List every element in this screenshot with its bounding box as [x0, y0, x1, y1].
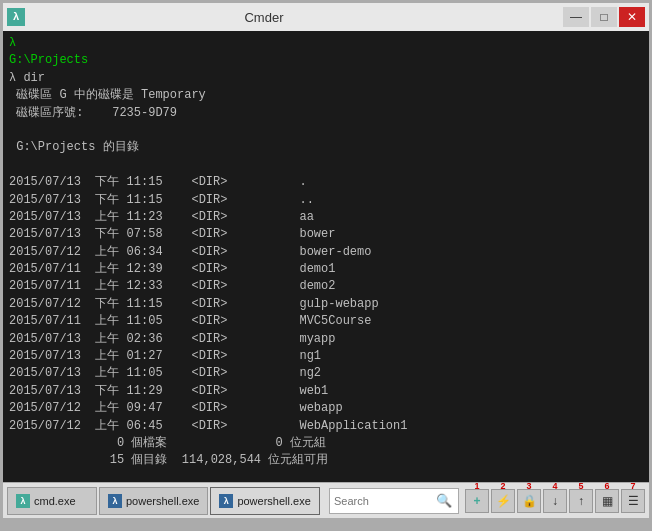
title-bar: λ Cmder — □ ✕	[3, 3, 649, 31]
num-label-2: 2	[500, 481, 505, 491]
search-box: 🔍	[329, 488, 459, 514]
action-button-5[interactable]: ↑	[569, 489, 593, 513]
ps2-icon: λ	[219, 494, 233, 508]
num-label-4: 4	[552, 481, 557, 491]
terminal-area: λ G:\Projects λ dir 磁碟區 G 中的磁碟是 Temporar…	[3, 31, 649, 482]
cmd-icon: λ	[16, 494, 30, 508]
action-button-3[interactable]: 🔒	[517, 489, 541, 513]
num-label-5: 5	[578, 481, 583, 491]
taskbar-item-ps1[interactable]: λ powershell.exe	[99, 487, 208, 515]
title-bar-left: λ	[7, 8, 25, 26]
num-label-7: 7	[630, 481, 635, 491]
app-icon: λ	[7, 8, 25, 26]
search-button[interactable]: 🔍	[434, 493, 454, 508]
action-wrap-5: 5 ↑	[569, 489, 593, 513]
action-wrap-2: 2 ⚡	[491, 489, 515, 513]
num-label-1: 1	[474, 481, 479, 491]
num-label-3: 3	[526, 481, 531, 491]
num-label-6: 6	[604, 481, 609, 491]
close-button[interactable]: ✕	[619, 7, 645, 27]
action-wrap-4: 4 ↓	[543, 489, 567, 513]
action-wrap-6: 6 ▦	[595, 489, 619, 513]
ps2-label: powershell.exe	[237, 495, 310, 507]
ps1-label: powershell.exe	[126, 495, 199, 507]
taskbar-item-cmd[interactable]: λ cmd.exe	[7, 487, 97, 515]
maximize-button[interactable]: □	[591, 7, 617, 27]
cmd-label: cmd.exe	[34, 495, 76, 507]
window-title: Cmder	[25, 10, 503, 25]
title-buttons: — □ ✕	[563, 7, 645, 27]
taskbar: λ cmd.exe λ powershell.exe λ powershell.…	[3, 482, 649, 518]
taskbar-item-ps2[interactable]: λ powershell.exe	[210, 487, 319, 515]
taskbar-actions: 1 + 2 ⚡ 3 🔒 4 ↓ 5 ↑ 6 ▦	[465, 489, 645, 513]
action-wrap-3: 3 🔒	[517, 489, 541, 513]
action-button-6[interactable]: ▦	[595, 489, 619, 513]
bottom-padding	[3, 518, 649, 528]
search-input[interactable]	[334, 495, 434, 507]
action-button-2[interactable]: ⚡	[491, 489, 515, 513]
window-container: λ Cmder — □ ✕ λ G:\Projects λ dir 磁碟區 G …	[0, 0, 652, 531]
ps1-icon: λ	[108, 494, 122, 508]
minimize-button[interactable]: —	[563, 7, 589, 27]
action-button-1[interactable]: +	[465, 489, 489, 513]
action-button-7[interactable]: ☰	[621, 489, 645, 513]
terminal-content[interactable]: λ G:\Projects λ dir 磁碟區 G 中的磁碟是 Temporar…	[3, 31, 649, 482]
action-button-4[interactable]: ↓	[543, 489, 567, 513]
action-wrap-7: 7 ☰	[621, 489, 645, 513]
action-wrap-1: 1 +	[465, 489, 489, 513]
